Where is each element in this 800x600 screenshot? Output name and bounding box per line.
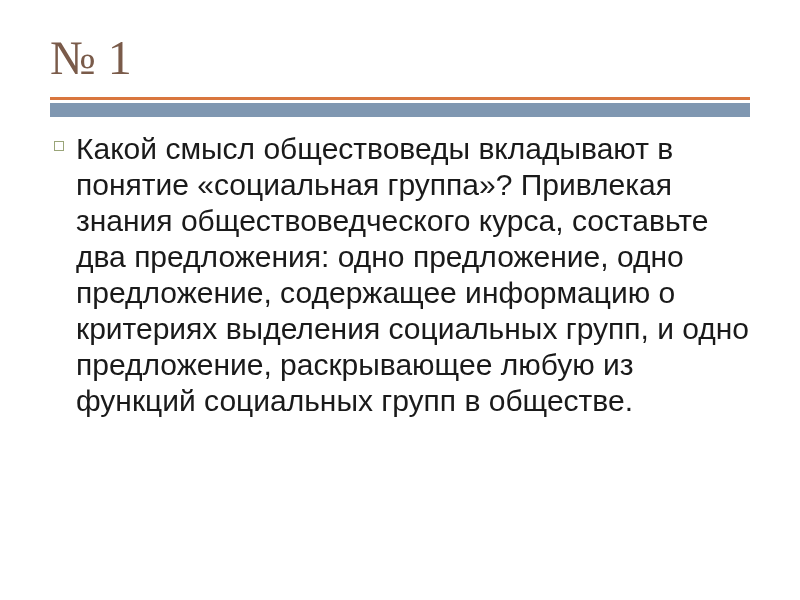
slide-title: № 1 bbox=[50, 30, 750, 85]
slide: № 1 Какой смысл обществоведы вкладывают … bbox=[0, 0, 800, 600]
bullet-icon bbox=[54, 141, 64, 151]
body-text: Какой смысл обществоведы вкладывают в по… bbox=[76, 131, 750, 419]
body-area: Какой смысл обществоведы вкладывают в по… bbox=[50, 131, 750, 419]
title-divider bbox=[50, 97, 750, 111]
